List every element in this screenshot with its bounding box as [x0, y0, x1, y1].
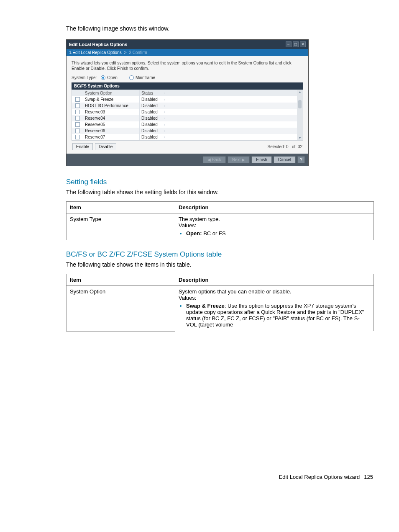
table-row[interactable]: Reserve06Disabled	[72, 128, 297, 134]
scroll-up-icon[interactable]: ▴	[299, 90, 301, 94]
breadcrumb: 1.Edit Local Replica Options > 2.Confirm	[66, 49, 308, 56]
row-name: Reserve07	[83, 134, 139, 140]
table-row[interactable]: Reserve05Disabled	[72, 121, 297, 128]
row-status: Disabled	[139, 109, 164, 115]
page-footer: Edit Local Replica Options wizard125	[66, 474, 374, 480]
col-status: Status	[139, 90, 164, 96]
breadcrumb-step2: 2.Confirm	[129, 50, 147, 55]
disable-button[interactable]: Disable	[95, 143, 116, 150]
heading-options-table: BC/FS or BC Z/FC Z/FCSE System Options t…	[66, 250, 374, 259]
row-checkbox[interactable]	[75, 103, 80, 108]
text-options-table: The following table shows the items in t…	[66, 261, 374, 268]
dialog-titlebar: Edit Local Replica Options − □ ×	[66, 40, 308, 49]
table-row[interactable]: Reserve07Disabled	[72, 134, 297, 140]
radio-open[interactable]: Open	[101, 75, 117, 80]
table-row[interactable]: Reserve03Disabled	[72, 109, 297, 115]
table-row[interactable]: HOST I/O PerformanceDisabled	[72, 103, 297, 109]
dialog-title: Edit Local Replica Options	[69, 42, 127, 47]
table-setting-fields: Item Description System Type The system …	[66, 201, 374, 240]
cell-system-type-desc: The system type. Values: Open: BC or FS	[175, 213, 374, 240]
back-button[interactable]: ◀ Back	[203, 156, 226, 163]
system-type-row: System Type: Open Mainframe	[72, 75, 303, 80]
intro-text: The following image shows this window.	[66, 25, 374, 32]
cell-system-type: System Type	[66, 213, 175, 240]
row-status: Disabled	[139, 103, 164, 109]
row-checkbox[interactable]	[75, 135, 80, 139]
th-item2: Item	[66, 274, 175, 286]
maximize-icon[interactable]: □	[293, 41, 299, 47]
th-item: Item	[66, 202, 175, 213]
th-description: Description	[175, 202, 374, 213]
system-type-label: System Type:	[72, 75, 97, 80]
scroll-thumb[interactable]	[298, 100, 302, 108]
dialog-window: Edit Local Replica Options − □ × 1.Edit …	[66, 39, 309, 166]
row-status: Disabled	[139, 128, 164, 134]
row-status: Disabled	[139, 115, 164, 121]
col-name: System Option	[83, 90, 139, 96]
cell-system-option: System Option	[66, 286, 175, 332]
row-checkbox[interactable]	[75, 97, 80, 102]
options-table: System Option Status Swap & FreezeDisabl…	[72, 90, 303, 141]
row-checkbox[interactable]	[75, 116, 80, 121]
row-name: Reserve06	[83, 128, 139, 134]
radio-mainframe-label: Mainframe	[136, 75, 155, 80]
dialog-footer: ◀ Back Next ▶ Finish Cancel ?	[66, 154, 308, 166]
row-checkbox[interactable]	[75, 122, 80, 127]
enable-button[interactable]: Enable	[72, 143, 93, 150]
row-checkbox[interactable]	[75, 129, 80, 133]
row-name: Reserve05	[83, 121, 139, 128]
radio-mainframe[interactable]: Mainframe	[129, 75, 155, 80]
close-icon[interactable]: ×	[300, 41, 306, 47]
finish-button[interactable]: Finish	[251, 156, 272, 163]
scroll-down-icon[interactable]: ▾	[299, 136, 301, 140]
minimize-icon[interactable]: −	[286, 41, 292, 47]
row-status: Disabled	[139, 121, 164, 128]
breadcrumb-sep: >	[124, 50, 127, 55]
radio-open-label: Open	[107, 75, 117, 80]
cell-system-option-desc: System options that you can enable or di…	[175, 286, 374, 332]
th-description2: Description	[175, 274, 374, 286]
row-name: Reserve03	[83, 109, 139, 115]
scrollbar[interactable]: ▴ ▾	[297, 90, 303, 140]
row-name: Swap & Freeze	[83, 96, 139, 103]
radio-mainframe-icon	[129, 75, 134, 80]
table-row[interactable]: Reserve04Disabled	[72, 115, 297, 121]
options-table-title: BC/FS System Options	[72, 82, 303, 90]
next-button[interactable]: Next ▶	[228, 156, 250, 163]
row-status: Disabled	[139, 134, 164, 140]
row-checkbox[interactable]	[75, 110, 80, 114]
table-row[interactable]: Swap & FreezeDisabled	[72, 96, 297, 103]
row-name: HOST I/O Performance	[83, 103, 139, 109]
help-button[interactable]: ?	[297, 156, 305, 163]
selection-count: Selected: 0 of 32	[268, 144, 302, 149]
row-name: Reserve04	[83, 115, 139, 121]
radio-open-icon	[101, 75, 105, 80]
options-header: System Option Status	[72, 90, 297, 96]
breadcrumb-step1: 1.Edit Local Replica Options	[69, 50, 122, 55]
table-system-options: Item Description System Option System op…	[66, 274, 374, 332]
dialog-description: This wizard lets you edit system options…	[72, 60, 303, 71]
row-status: Disabled	[139, 96, 164, 103]
heading-setting-fields: Setting fields	[66, 178, 374, 186]
text-setting-fields: The following table shows the setting fi…	[66, 189, 374, 195]
cancel-button[interactable]: Cancel	[274, 156, 296, 163]
